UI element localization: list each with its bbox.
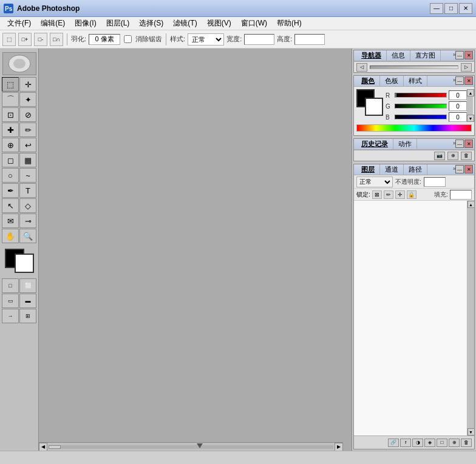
pen-tool[interactable]: ✒ (2, 183, 19, 198)
color-minimize[interactable]: — (455, 76, 464, 85)
lock-position[interactable]: ✛ (395, 190, 405, 199)
layer-link[interactable]: 🔗 (388, 439, 399, 447)
color-close[interactable]: ✕ (464, 76, 473, 85)
tab-layers[interactable]: 图层 (356, 164, 380, 175)
standard-mode[interactable]: □ (2, 278, 19, 293)
subtract-selection-option[interactable]: □- (34, 33, 47, 46)
shape-tool[interactable]: ◇ (19, 198, 36, 213)
menu-help[interactable]: 帮助(H) (272, 17, 307, 30)
add-selection-option[interactable]: □+ (18, 33, 32, 46)
fill-input[interactable] (450, 190, 472, 200)
bg-swatch[interactable] (365, 98, 383, 116)
rect-marquee-option[interactable]: ⬚ (2, 33, 16, 46)
b-value[interactable]: 0 (449, 112, 467, 122)
screen-mode-2[interactable]: ▬ (19, 294, 36, 308)
background-color[interactable] (15, 254, 34, 273)
antialias-checkbox[interactable] (124, 35, 132, 43)
tab-styles[interactable]: 样式 (404, 76, 427, 86)
layer-adjust[interactable]: ◈ (424, 439, 435, 447)
nav-zoom-out[interactable]: ◁ (356, 63, 367, 72)
lasso-tool[interactable]: ⌒ (2, 92, 19, 107)
history-close[interactable]: ✕ (464, 140, 473, 148)
tab-histogram[interactable]: 直方图 (410, 50, 441, 61)
lock-transparent[interactable]: ⊠ (372, 190, 382, 199)
layers-minimize[interactable]: — (455, 165, 464, 173)
delete-state[interactable]: 🗑 (461, 152, 472, 160)
scroll-right-button[interactable]: ▶ (335, 443, 343, 451)
r-value[interactable]: 0 (449, 90, 467, 100)
menu-filter[interactable]: 滤镜(T) (168, 17, 202, 30)
width-input[interactable] (244, 34, 274, 45)
tab-actions[interactable]: 动作 (393, 139, 417, 149)
brush-tool[interactable]: ✏ (19, 123, 36, 137)
scroll-left-button[interactable]: ◀ (39, 443, 47, 451)
new-layer[interactable]: ⊕ (449, 439, 460, 447)
new-doc-from-state[interactable]: ⊕ (447, 152, 458, 160)
color-scroll-up[interactable]: ▲ (467, 89, 474, 96)
heal-tool[interactable]: ✚ (2, 123, 19, 137)
blend-mode-select[interactable]: 正常 (356, 177, 393, 187)
layer-mask[interactable]: ◑ (412, 439, 423, 447)
g-slider[interactable] (395, 104, 447, 109)
move-tool[interactable]: ✛ (19, 77, 36, 92)
magic-wand-tool[interactable]: ✦ (19, 92, 36, 107)
menu-image[interactable]: 图像(I) (70, 17, 101, 30)
color-scroll-down[interactable]: ▼ (467, 115, 474, 122)
text-tool[interactable]: T (19, 183, 36, 198)
eraser-tool[interactable]: ◻ (2, 153, 19, 167)
jump-to-imageready[interactable]: → (2, 309, 19, 323)
opacity-input[interactable] (424, 177, 446, 187)
layers-scroll-down[interactable]: ▼ (467, 428, 475, 435)
r-slider[interactable] (395, 93, 447, 98)
marquee-tool[interactable]: ⬚ (2, 77, 19, 92)
menu-file[interactable]: 文件(F) (2, 17, 36, 30)
path-select-tool[interactable]: ↖ (2, 198, 19, 213)
menu-select[interactable]: 选择(S) (134, 17, 168, 30)
layers-close[interactable]: ✕ (464, 165, 473, 173)
menu-view[interactable]: 视图(V) (202, 17, 236, 30)
new-snapshot[interactable]: 📷 (434, 152, 445, 160)
close-button[interactable]: ✕ (459, 3, 472, 14)
style-select[interactable]: 正常 固定长宽比 固定大小 (188, 33, 224, 45)
quick-mask-mode[interactable]: ⬜ (19, 278, 36, 293)
nav-zoom-slider[interactable] (370, 66, 458, 69)
tab-color[interactable]: 颜色 (356, 76, 380, 86)
history-minimize[interactable]: — (455, 140, 464, 148)
menu-window[interactable]: 窗口(W) (236, 17, 272, 30)
b-slider[interactable] (395, 115, 447, 119)
crop-tool[interactable]: ⊡ (2, 107, 19, 122)
tab-history[interactable]: 历史记录 (356, 139, 393, 149)
zoom-tool[interactable]: 🔍 (19, 229, 36, 243)
minimize-button[interactable]: — (430, 3, 443, 14)
feather-input[interactable] (89, 34, 120, 45)
navigator-close[interactable]: ✕ (464, 51, 473, 59)
new-group[interactable]: □ (437, 439, 447, 447)
navigator-minimize[interactable]: — (455, 51, 464, 59)
tab-paths[interactable]: 路径 (404, 164, 427, 175)
color-spectrum-bar[interactable] (356, 124, 472, 132)
gradient-tool[interactable]: ▦ (19, 153, 36, 167)
lock-image[interactable]: ✏ (384, 190, 393, 199)
tab-info[interactable]: 信息 (387, 50, 410, 61)
menu-edit[interactable]: 编辑(E) (36, 17, 70, 30)
delete-layer[interactable]: 🗑 (461, 439, 472, 447)
maximize-button[interactable]: □ (444, 3, 458, 14)
scroll-thumb-h[interactable] (49, 445, 61, 449)
tool-extra[interactable]: ⊞ (19, 309, 36, 323)
screen-mode-1[interactable]: ▭ (2, 294, 19, 308)
tab-channels[interactable]: 通道 (380, 164, 404, 175)
menu-layer[interactable]: 图层(L) (101, 17, 135, 30)
slice-tool[interactable]: ⊘ (19, 107, 36, 122)
height-input[interactable] (294, 34, 325, 45)
stamp-tool[interactable]: ⊕ (2, 138, 19, 152)
tab-navigator[interactable]: 导航器 (356, 50, 387, 61)
eyedropper-tool[interactable]: ⊸ (19, 214, 36, 228)
layers-scroll-up[interactable]: ▲ (467, 201, 475, 208)
history-brush-tool[interactable]: ↩ (19, 138, 36, 152)
dodge-tool[interactable]: ○ (2, 168, 19, 183)
intersect-selection-option[interactable]: □∩ (50, 33, 63, 46)
hand-tool[interactable]: ✋ (2, 229, 19, 243)
tab-swatches[interactable]: 色板 (380, 76, 404, 86)
layer-fx[interactable]: f (400, 439, 411, 447)
g-value[interactable]: 0 (449, 101, 467, 111)
